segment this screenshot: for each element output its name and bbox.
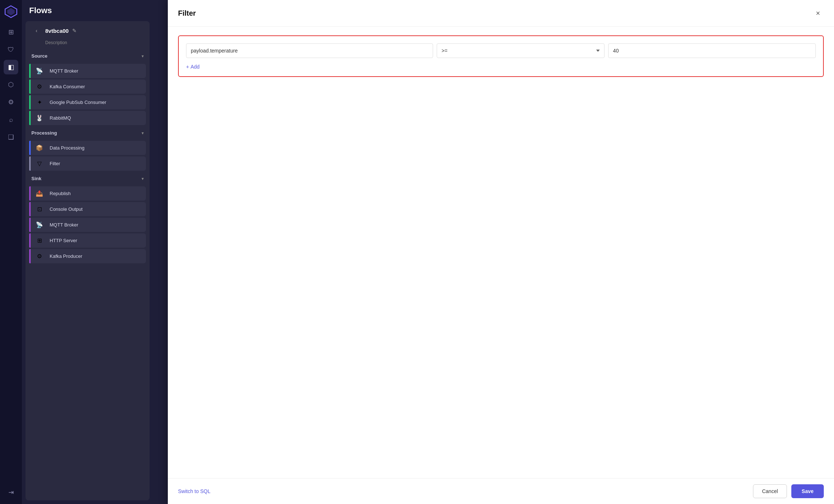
mqtt-broker-icon-wrap: 📡 <box>34 67 45 74</box>
flow-name: 8vtbca00 <box>45 28 69 34</box>
republish-label: Republish <box>50 191 71 196</box>
mqtt-broker-sink-label: MQTT Broker <box>50 222 78 228</box>
logo <box>4 4 18 19</box>
nav-expand-icon[interactable]: ⇥ <box>4 485 18 500</box>
republish-icon: 📤 <box>36 190 43 197</box>
data-processing-icon: 📦 <box>36 144 43 151</box>
nav-cog-icon[interactable]: ⚙ <box>4 95 18 109</box>
list-item[interactable]: 🐰 RabbitMQ <box>29 111 146 125</box>
rabbitmq-label: RabbitMQ <box>50 115 71 121</box>
http-server-icon: ⊞ <box>37 237 42 244</box>
sink-section-header[interactable]: Sink ▾ <box>26 172 150 185</box>
nav-shield-icon[interactable]: 🛡 <box>4 42 18 57</box>
list-item[interactable]: 📦 Data Processing <box>29 141 146 155</box>
nav-stack-icon[interactable]: ❑ <box>4 130 18 144</box>
filter-icon-wrap: ▽ <box>34 160 45 167</box>
add-condition-button[interactable]: + Add <box>186 63 200 70</box>
kafka-producer-label: Kafka Producer <box>50 253 82 259</box>
svg-marker-1 <box>7 8 15 15</box>
page-title: Flows <box>29 6 52 15</box>
nav-grid-icon[interactable]: ⊞ <box>4 25 18 39</box>
close-button[interactable]: × <box>812 7 824 19</box>
sink-section-title: Sink <box>31 176 41 181</box>
data-processing-icon-wrap: 📦 <box>34 144 45 151</box>
http-server-label: HTTP Server <box>50 238 77 243</box>
google-pubsub-icon: ✦ <box>37 99 42 106</box>
processing-section-title: Processing <box>31 130 57 136</box>
console-output-icon: ⊡ <box>37 206 42 213</box>
modal-title: Filter <box>178 9 196 18</box>
cancel-button[interactable]: Cancel <box>753 484 787 498</box>
save-button[interactable]: Save <box>791 484 824 498</box>
list-item[interactable]: 📡 MQTT Broker <box>29 64 146 78</box>
component-panel: ‹ 8vtbca00 ✎ Description Source ▾ 📡 MQTT… <box>26 21 150 500</box>
nav-search-icon[interactable]: ⌕ <box>4 112 18 127</box>
sidebar-nav: ⊞ 🛡 ◧ ⬡ ⚙ ⌕ ❑ ⇥ <box>0 0 22 504</box>
filter-modal: Filter × >= <= == != > < contains + Add <box>168 0 834 504</box>
mqtt-broker-sink-icon-wrap: 📡 <box>34 221 45 228</box>
mqtt-broker-label: MQTT Broker <box>50 68 78 74</box>
list-item[interactable]: ▽ Filter <box>29 156 146 171</box>
add-label: Add <box>190 64 200 70</box>
nav-database-icon[interactable]: ⬡ <box>4 77 18 92</box>
panel-header: ‹ 8vtbca00 ✎ <box>26 21 150 40</box>
http-server-icon-wrap: ⊞ <box>34 237 45 244</box>
data-processing-label: Data Processing <box>50 145 84 151</box>
footer-buttons: Cancel Save <box>753 484 824 498</box>
republish-icon-wrap: 📤 <box>34 190 45 197</box>
flow-description: Description <box>26 40 150 50</box>
rabbitmq-icon-wrap: 🐰 <box>34 115 45 121</box>
modal-header: Filter × <box>168 0 834 27</box>
source-chevron-icon: ▾ <box>142 54 144 59</box>
kafka-consumer-label: Kafka Consumer <box>50 84 85 89</box>
mqtt-broker-sink-icon: 📡 <box>36 221 43 228</box>
filter-value-input[interactable] <box>608 43 816 58</box>
switch-to-sql-button[interactable]: Switch to SQL <box>178 488 211 494</box>
modal-footer: Switch to SQL Cancel Save <box>168 478 834 504</box>
sink-chevron-icon: ▾ <box>142 176 144 181</box>
plus-icon: + <box>186 64 189 70</box>
google-pubsub-icon-wrap: ✦ <box>34 99 45 106</box>
list-item[interactable]: ⚙ Kafka Producer <box>29 249 146 263</box>
kafka-producer-icon-wrap: ⚙ <box>34 253 45 260</box>
list-item[interactable]: ⊡ Console Output <box>29 202 146 216</box>
list-item[interactable]: ⊞ HTTP Server <box>29 233 146 248</box>
kafka-consumer-icon-wrap: ⚙ <box>34 83 45 90</box>
filter-field-input[interactable] <box>186 43 433 58</box>
filter-icon: ▽ <box>37 160 42 167</box>
processing-section-header[interactable]: Processing ▾ <box>26 127 150 139</box>
list-item[interactable]: ✦ Google PubSub Consumer <box>29 95 146 109</box>
kafka-producer-icon: ⚙ <box>37 253 42 260</box>
kafka-consumer-icon: ⚙ <box>37 83 42 90</box>
filter-row: >= <= == != > < contains <box>186 43 816 58</box>
filter-label: Filter <box>50 161 60 166</box>
source-section-title: Source <box>31 53 47 59</box>
list-item[interactable]: ⚙ Kafka Consumer <box>29 80 146 94</box>
source-section-header[interactable]: Source ▾ <box>26 50 150 62</box>
console-output-label: Console Output <box>50 206 82 212</box>
rabbitmq-icon: 🐰 <box>36 115 43 121</box>
processing-chevron-icon: ▾ <box>142 131 144 136</box>
modal-body: >= <= == != > < contains + Add <box>168 27 834 478</box>
list-item[interactable]: 📡 MQTT Broker <box>29 218 146 232</box>
edit-icon[interactable]: ✎ <box>72 28 77 34</box>
console-output-icon-wrap: ⊡ <box>34 206 45 213</box>
nav-layers-icon[interactable]: ◧ <box>4 60 18 74</box>
back-button[interactable]: ‹ <box>31 26 42 36</box>
mqtt-broker-icon: 📡 <box>36 67 43 74</box>
filter-operator-select[interactable]: >= <= == != > < contains <box>437 43 605 58</box>
google-pubsub-label: Google PubSub Consumer <box>50 100 106 105</box>
list-item[interactable]: 📤 Republish <box>29 186 146 201</box>
filter-container: >= <= == != > < contains + Add <box>178 35 824 77</box>
